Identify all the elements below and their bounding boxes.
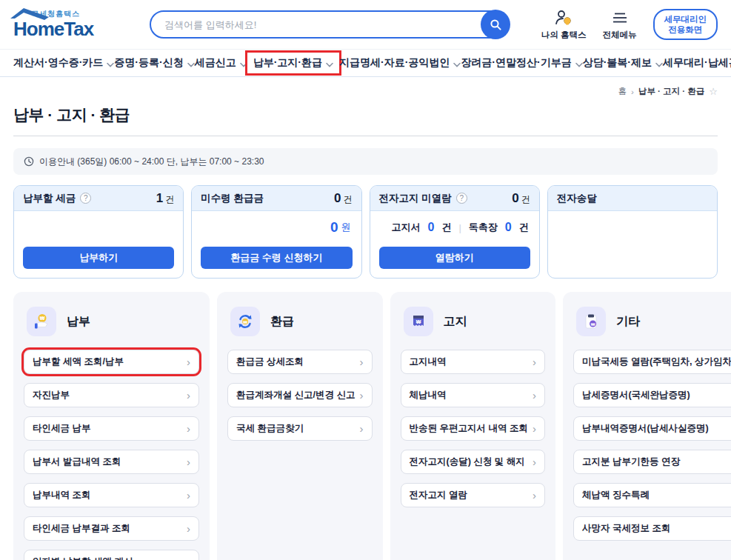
nav-item-3[interactable]: 세금신고 [195, 56, 247, 70]
nav-item-label: 세금신고 [195, 56, 236, 70]
menu-item-label: 고지분 납부기한등 연장 [582, 456, 680, 468]
menu-item[interactable]: 납부내역 조회 › [24, 483, 199, 507]
chevron-right-icon: › [360, 356, 364, 368]
menu-item-label: 체납액 징수특례 [582, 489, 650, 501]
card-count: 0건 [512, 191, 530, 206]
nav-item-label: 지급명세·자료·공익법인 [339, 56, 450, 70]
menu-item-label: 납부할 세액 조회/납부 [33, 356, 124, 368]
divider: | [458, 222, 461, 233]
menu-item[interactable]: 반송된 우편고지서 내역 조회 › [401, 416, 545, 441]
title-divider [13, 136, 718, 136]
nav-item-label: 계산서·영수증·카드 [13, 56, 103, 70]
usage-info-bar: 이용안내 (365일) 06:00 ~ 24:00 단, 납부는 07:00 ~… [13, 148, 718, 175]
menu-item-label: 일자별 납부할 세액 계산 [33, 556, 133, 560]
menu-item-label: 자진납부 [33, 389, 70, 401]
menu-item-label: 타인세금 납부 [33, 422, 90, 435]
menu-item[interactable]: 고지내역 › [401, 350, 545, 374]
favorite-star-icon[interactable]: ☆ [709, 86, 718, 97]
enotice-detail-counts: 고지서 0 건 | 독촉장 0 건 [392, 221, 529, 234]
menu-item[interactable]: 환급금 상세조회 › [227, 350, 372, 374]
nav-item-5[interactable]: 지급명세·자료·공익법인 [339, 56, 461, 70]
menu-item[interactable]: 국세 환급금찾기 › [227, 416, 372, 441]
menu-item-label: 납부서 발급내역 조회 [33, 456, 121, 468]
my-hometax-label: 나의 홈택스 [541, 30, 587, 41]
all-menu-button[interactable]: 전체메뉴 [603, 9, 637, 41]
menu-item[interactable]: 체납액 징수특례 › [573, 483, 731, 507]
menu-item[interactable]: 일자별 납부할 세액 계산 › [24, 550, 199, 560]
hometax-logo[interactable]: 국세청홈택스 HomeTax [13, 10, 93, 39]
menu-item[interactable]: 타인세금 납부결과 조회 › [24, 516, 199, 541]
menu-item[interactable]: 환급계좌개설 신고/변경 신고 › [227, 383, 372, 407]
nav-item-4[interactable]: 납부·고지·환급 [247, 53, 339, 73]
summary-cards: 납부할 세금 ? 1건 납부하기 미수령 환급금 0건 0 원 환급금 수령 신… [13, 185, 718, 279]
tax-agent-screen-button[interactable]: 세무대리인 전용화면 [653, 9, 718, 41]
nav-item-8[interactable]: 세무대리·납세관리 [663, 56, 731, 70]
menu-item[interactable]: 납세증명서(국세완납증명) › [573, 383, 731, 407]
chevron-down-icon [453, 62, 461, 67]
menu-item[interactable]: 체납내역 › [401, 383, 545, 407]
nav-item-2[interactable]: 증명·등록·신청 [114, 56, 194, 70]
card-title: 미수령 환급금 [201, 192, 264, 205]
menu-item[interactable]: 미납국세등 열람(주택임차, 상가임차) › [573, 350, 731, 374]
header-search [150, 10, 509, 39]
nav-item-label: 장려금·연말정산·기부금 [461, 56, 571, 70]
chevron-right-icon: › [187, 489, 190, 501]
menu-item[interactable]: 전자고지 열람 › [401, 483, 545, 507]
card-edelivery: 전자송달 [547, 185, 718, 279]
search-input[interactable] [150, 10, 509, 39]
nav-item-label: 증명·등록·신청 [114, 56, 183, 70]
menu-item[interactable]: 납부할 세액 조회/납부 › [24, 350, 199, 374]
section-header: ₩ 납부 [27, 307, 199, 336]
chevron-right-icon: › [360, 422, 364, 435]
menu-item[interactable]: 납부내역증명서(납세사실증명) › [573, 416, 731, 441]
menu-item-label: 사망자 국세정보 조회 [582, 522, 670, 535]
usage-info-text: 이용안내 (365일) 06:00 ~ 24:00 단, 납부는 07:00 ~… [39, 156, 264, 168]
menu-section-3: ₩ 고지고지내역 ›체납내역 ›반송된 우편고지서 내역 조회 ›전자고지(송달… [390, 292, 555, 560]
nav-item-7[interactable]: 상담·불복·제보 [583, 56, 663, 70]
card-enotice-header: 전자고지 미열람 ? 0건 [370, 186, 539, 211]
hand-coin-icon: ₩ [27, 307, 56, 336]
menu-item[interactable]: 자진납부 › [24, 383, 199, 407]
svg-text:₩: ₩ [591, 322, 595, 327]
chevron-right-icon: › [187, 389, 190, 401]
breadcrumb: 홈 › 납부 · 고지 · 환급 ☆ [0, 77, 731, 99]
help-icon[interactable]: ? [80, 193, 91, 204]
notice-receipt-icon: ₩ [404, 307, 433, 336]
hamburger-menu-icon [611, 9, 629, 27]
menu-item[interactable]: 납부서 발급내역 조회 › [24, 450, 199, 474]
refund-amount: 0 [330, 219, 338, 236]
section-header: ₩ 고지 [404, 307, 545, 336]
menu-item-label: 국세 환급금찾기 [236, 422, 304, 435]
chevron-right-icon: › [187, 356, 190, 368]
menu-item-label: 전자고지 열람 [410, 489, 467, 501]
view-enotice-button[interactable]: 열람하기 [379, 247, 530, 269]
menu-section-4: ₩ 기타미납국세등 열람(주택임차, 상가임차) ›납세증명서(국세완납증명) … [563, 292, 731, 560]
main-nav-items: 계산서·영수증·카드증명·등록·신청세금신고납부·고지·환급지급명세·자료·공익… [0, 50, 731, 76]
section-header: ₩ 기타 [576, 307, 731, 336]
menu-item[interactable]: 사망자 국세정보 조회 › [573, 516, 731, 541]
chevron-right-icon: › [360, 389, 364, 401]
svg-text:₩: ₩ [243, 320, 247, 324]
search-button[interactable] [481, 10, 510, 39]
breadcrumb-home[interactable]: 홈 [618, 86, 627, 97]
logo-title: HomeTax [13, 18, 93, 40]
menu-item[interactable]: 고지분 납부기한등 연장 › [573, 450, 731, 474]
menu-item[interactable]: 타인세금 납부 › [24, 416, 199, 441]
claim-refund-button[interactable]: 환급금 수령 신청하기 [201, 247, 352, 269]
help-icon[interactable]: ? [456, 193, 467, 204]
my-hometax-button[interactable]: 나의 홈택스 [541, 9, 587, 41]
section-header: ₩ 환급 [230, 307, 372, 336]
card-title: 납부할 세금 [23, 192, 76, 205]
chevron-down-icon [655, 62, 663, 67]
pay-now-button[interactable]: 납부하기 [23, 247, 174, 269]
card-count: 1건 [156, 191, 174, 206]
nav-item-6[interactable]: 장려금·연말정산·기부금 [461, 56, 582, 70]
nav-item-1[interactable]: 계산서·영수증·카드 [13, 56, 114, 70]
refund-cycle-icon: ₩ [230, 307, 260, 336]
card-title: 전자송달 [557, 192, 597, 205]
all-menu-label: 전체메뉴 [603, 30, 637, 41]
breadcrumb-separator: › [631, 87, 634, 96]
card-enotice-unread: 전자고지 미열람 ? 0건 고지서 0 건 | 독촉장 0 건 열람하기 [370, 185, 540, 279]
menu-item[interactable]: 전자고지(송달) 신청 및 해지 › [401, 450, 545, 474]
chevron-right-icon: › [187, 456, 190, 468]
